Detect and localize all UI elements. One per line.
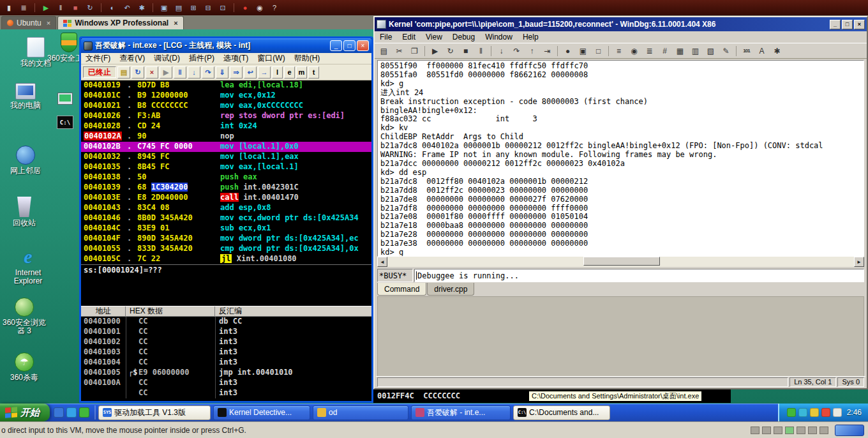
command-window-icon[interactable]: ≡	[611, 44, 626, 57]
menu-options[interactable]: 选项(T)	[219, 53, 253, 64]
dump-row[interactable]: CCint3	[81, 388, 371, 398]
tab-command[interactable]: Command	[377, 283, 426, 296]
task-button-driver-loader[interactable]: SYS驱动加载工具 V1.3版	[98, 405, 211, 420]
vm-monitor-icon[interactable]: ▤	[172, 2, 185, 13]
desktop-icon-360-browser[interactable]: 360安全浏览器 3	[1, 294, 47, 335]
task-button-od-folder[interactable]: od	[313, 405, 408, 420]
vm-usb-icon[interactable]	[797, 427, 805, 434]
execute-till-return-icon[interactable]: ↩	[244, 66, 257, 79]
horizontal-scrollbar[interactable]: ◄ ►	[377, 257, 864, 267]
go-icon[interactable]: ▶	[428, 44, 442, 57]
task-button-kernel-detective[interactable]: Kernel Detective...	[213, 405, 310, 420]
tray-update-icon[interactable]	[810, 408, 819, 417]
dump-row[interactable]: 00401004CCint3	[81, 358, 371, 368]
disasm-row[interactable]: 00401046.8B0D 345A420mov ecx,dword ptr d…	[81, 213, 371, 223]
panel-button-m[interactable]: m	[296, 66, 307, 79]
close-button[interactable]: ×	[854, 20, 865, 29]
dump-row[interactable]: 00401005┌$E9 06000000jmp int.00401010	[81, 368, 371, 378]
source-mode-off-icon[interactable]: □	[591, 44, 606, 57]
source-mode-on-icon[interactable]: ▣	[576, 44, 590, 57]
minimize-button[interactable]: _	[330, 40, 342, 51]
run-icon[interactable]: ▶	[160, 66, 172, 79]
disasm-row[interactable]: 0040104F.890D 345A420mov dword ptr ds:[0…	[81, 234, 371, 244]
vm-tabs-icon[interactable]: ⊡	[216, 2, 229, 13]
memory-window-icon[interactable]: ▦	[673, 44, 687, 57]
break-icon[interactable]: ‖	[474, 44, 488, 57]
close-button[interactable]: ×	[357, 40, 369, 51]
disasm-row[interactable]: 0040101C.B9 12000000mov ecx,0x12	[81, 91, 371, 101]
disasm-row[interactable]: 00401026.F3:ABrep stos dword ptr es:[edi…	[81, 111, 371, 121]
ollydbg-titlebar[interactable]: 吾爱破解 - int.exe - [LCG - 主线程, 模块 - int] _…	[81, 38, 371, 53]
tray-volume-icon[interactable]	[833, 408, 842, 417]
tray-safety-icon[interactable]	[798, 408, 807, 417]
run-to-cursor-icon[interactable]: ⇥	[540, 44, 555, 57]
vm-floppy-icon[interactable]	[774, 427, 782, 434]
disassembly-pane[interactable]: 00401019.8D7D B8lea edi,[local.18]004010…	[81, 80, 371, 264]
callstack-window-icon[interactable]: ▥	[688, 44, 703, 57]
menu-view[interactable]: 查看(V)	[115, 53, 149, 64]
tab-ubuntu[interactable]: Ubuntu×	[1, 16, 56, 29]
tray-360-icon[interactable]	[787, 408, 796, 417]
quick-launch-360[interactable]	[79, 407, 89, 418]
vm-capture-icon[interactable]: ◉	[253, 2, 266, 13]
disasm-row[interactable]: 00401032.8945 FCmov [local.1],eax	[81, 152, 371, 162]
vm-serial-icon[interactable]	[819, 427, 828, 434]
vm-snapshot-icon[interactable]: ◐	[106, 2, 119, 13]
stop-debugging-icon[interactable]: ■	[458, 44, 473, 57]
scrollbar-thumb[interactable]	[583, 257, 660, 266]
maximize-button[interactable]: □	[842, 20, 853, 29]
disasm-row[interactable]: 0040104C.83E9 01sub ecx,0x1	[81, 223, 371, 234]
desktop-icon-recycle-bin[interactable]: 回收站	[1, 194, 47, 227]
pause-icon[interactable]: ‖	[174, 66, 186, 79]
scrollbar-track[interactable]	[387, 257, 854, 267]
font-icon[interactable]: A	[754, 44, 769, 57]
scroll-right-icon[interactable]: ►	[854, 257, 864, 267]
vm-stop-icon[interactable]: ■	[69, 2, 82, 13]
task-button-cmd[interactable]: C:\C:\Documents and...	[513, 405, 610, 420]
vm-sound-icon[interactable]	[808, 427, 817, 434]
step-over-icon[interactable]: ↷	[202, 66, 214, 79]
menu-file[interactable]: 文件(F)	[81, 53, 115, 64]
command-input[interactable]: Debuggee is running...	[414, 269, 864, 282]
desktop-icon-internet-explorer[interactable]: eInternet Explorer	[5, 244, 51, 285]
restart-icon[interactable]: ↻	[131, 66, 144, 79]
close-tab-icon[interactable]: ×	[174, 19, 177, 27]
disasm-row[interactable]: 00401019.8D7D B8lea edi,[local.18]	[81, 80, 371, 91]
step-into-icon[interactable]: ↓	[494, 44, 509, 57]
windbg-titlebar[interactable]: Kernel 'com:pipe,port=\\.\pipe\com_1,bau…	[375, 17, 867, 31]
vm-console-icon[interactable]: ▣	[158, 2, 170, 13]
go-to-address-icon[interactable]: →	[258, 66, 271, 79]
panel-button-e[interactable]: e	[284, 66, 295, 79]
watch-window-icon[interactable]: ◉	[627, 44, 641, 57]
vm-network-icon[interactable]	[785, 427, 794, 434]
vm-power-icon[interactable]: ▮	[3, 2, 15, 13]
memory-101-icon[interactable]: 101	[739, 44, 754, 57]
disasm-row[interactable]: 0040105C.7C 22jl Xint.00401080	[81, 254, 371, 264]
tray-antivirus-icon[interactable]	[821, 408, 830, 417]
vm-reset-icon[interactable]: ↻	[84, 2, 96, 13]
animate-into-icon[interactable]: ⇓	[216, 66, 228, 79]
start-button[interactable]: 开始	[0, 404, 50, 421]
step-out-icon[interactable]: ↑	[525, 44, 539, 57]
quick-launch-show-desktop[interactable]	[54, 407, 64, 418]
dump-row[interactable]: 00401002CCint3	[81, 337, 371, 347]
command-output[interactable]: 80551f90 ff000000 81fec410 ffdffc50 ffdf…	[377, 60, 864, 257]
dump-pane[interactable]: 00401000CCdb CC00401001CCint300401002CCi…	[81, 317, 371, 398]
panel-button-t[interactable]: t	[308, 66, 319, 79]
vm-record-icon[interactable]: ●	[239, 2, 251, 13]
disasm-row[interactable]: 0040103E.E8 2D040000call int.00401470	[81, 193, 371, 203]
disasm-row[interactable]: 00401021.B8 CCCCCCCCmov eax,0xCCCCCCCC	[81, 101, 371, 111]
task-button-ollydbg[interactable]: 吾爱破解 - int.e...	[411, 405, 511, 420]
menu-window[interactable]: Window	[480, 33, 518, 42]
menu-help[interactable]: Help	[518, 33, 544, 42]
menu-debug[interactable]: Debug	[447, 33, 480, 42]
menu-plugins[interactable]: 插件(P)	[184, 53, 219, 64]
breakpoint-icon[interactable]: ●	[560, 44, 575, 57]
options-icon[interactable]: ✱	[770, 44, 784, 57]
disasm-row[interactable]: 00401039.68 1C304200push int.0042301C	[81, 183, 371, 193]
vm-revert-icon[interactable]: ↶	[121, 2, 133, 13]
tab-driver-cpp[interactable]: driver.cpp	[427, 283, 474, 296]
cut-icon[interactable]: ✂	[392, 44, 407, 57]
menu-window[interactable]: 窗口(W)	[253, 53, 289, 64]
dump-row[interactable]: 0040100ACCint3	[81, 378, 371, 388]
